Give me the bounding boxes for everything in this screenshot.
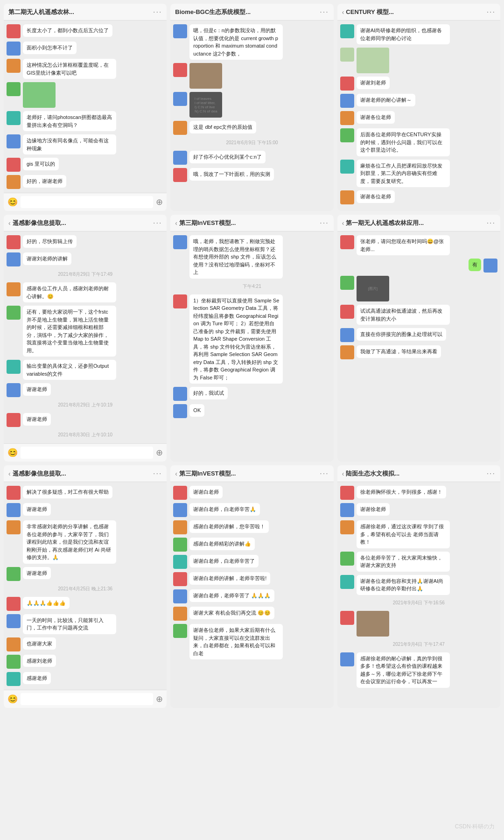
chat-header-win2: Biome-BGC生态系统模型...···	[170, 4, 333, 21]
back-arrow-icon[interactable]: ‹	[175, 470, 177, 477]
message-bubble: 感谢徐老师，通过这次课程 学到了很多，希望有机会可以去 老师当面请教！	[357, 520, 450, 548]
chat-title: 第一期无人机遥感农林应用...	[346, 219, 424, 227]
chat-footer: 😊⊕	[4, 690, 167, 708]
avatar	[173, 486, 187, 500]
message-bubble: 谢谢白老师，老师辛苦了 🙏🙏🙏	[189, 589, 274, 602]
message-bubble: 张老师，请问您现在有时间吗😄@张老师...	[357, 235, 450, 255]
message-row: 🙏🙏🙏👍👍👍	[7, 597, 164, 611]
message-row: 面积小到怎率不计了	[7, 42, 164, 56]
message-input[interactable]	[21, 693, 153, 705]
back-arrow-icon[interactable]: ‹	[342, 219, 344, 227]
back-arrow-icon[interactable]: ‹	[342, 8, 344, 16]
avatar	[340, 503, 354, 517]
message-bubble: OK	[189, 404, 204, 417]
image-bubble: [图片]	[357, 276, 389, 301]
back-arrow-icon[interactable]: ‹	[175, 219, 177, 227]
message-row: 我做了下高通滤，等结果出来再看	[340, 345, 497, 359]
back-arrow-icon[interactable]: ‹	[8, 470, 11, 477]
avatar	[7, 503, 21, 517]
message-bubble: 嗯，但是c：n的参数我没动，用的默认值，想要优化的是 current growt…	[189, 24, 283, 60]
message-input[interactable]	[21, 196, 153, 208]
message-bubble: 好的，谢谢老师	[23, 175, 66, 188]
avatar	[173, 92, 187, 106]
emoji-icon[interactable]: 😊	[7, 448, 18, 458]
chat-header-win1: 第二期无人机遥感农林...···	[4, 4, 167, 21]
avatar	[340, 611, 354, 625]
avatar	[7, 42, 21, 56]
avatar	[340, 652, 354, 666]
emoji-icon[interactable]: 😊	[7, 197, 18, 207]
message-row: 谢谢刘老师的讲解	[7, 252, 164, 266]
message-row: 有	[340, 259, 497, 273]
avatar	[7, 614, 21, 628]
message-bubble: 谢谢大家 有机会我们再交流 😊😊	[189, 607, 274, 619]
chat-body: 嗯，但是c：n的参数我没动，用的默认值，想要优化的是 current growt…	[170, 21, 333, 211]
message-row: 谢谢AI尚研修老师的组织，也感谢各位老师同学的耐心讨论	[340, 24, 497, 44]
avatar	[7, 59, 21, 73]
message-row: 感谢白老师的讲解，您辛苦啦！	[173, 520, 330, 534]
image-bubble	[357, 48, 389, 73]
add-icon[interactable]: ⊕	[156, 197, 163, 207]
message-bubble: 哦，我改了一下叶面积，用的实测	[189, 168, 274, 181]
avatar	[340, 305, 354, 319]
back-arrow-icon[interactable]: ‹	[8, 219, 11, 227]
chat-menu-icon[interactable]: ···	[153, 469, 162, 478]
chat-title: 第三期InVEST模型...	[179, 219, 236, 227]
message-row: 谢谢徐老师	[340, 503, 497, 517]
chat-menu-icon[interactable]: ···	[487, 219, 496, 227]
chat-menu-icon[interactable]: ···	[320, 8, 329, 16]
avatar	[173, 503, 187, 517]
message-row	[340, 611, 497, 637]
message-bubble: 直接在你拼接完的图像上处理就可以	[357, 328, 446, 341]
message-row: 1）坐标裁剪可以直接使用 Sample Selection SAR Geomet…	[173, 294, 330, 384]
avatar	[7, 360, 21, 374]
avatar	[340, 520, 354, 534]
chat-menu-icon[interactable]: ···	[320, 219, 329, 227]
timestamp: 2021年8月30日 上午10:10	[7, 432, 164, 438]
message-row: 边缘地方没有同名像点，可能会有这种现象	[7, 134, 164, 154]
chat-menu-icon[interactable]: ···	[487, 469, 496, 478]
avatar	[340, 48, 354, 62]
message-bubble: 谢谢各位老师	[357, 111, 395, 124]
message-row: OK	[173, 404, 330, 418]
message-bubble: 感谢刘老师	[23, 655, 56, 667]
message-bubble: 谢谢老师的耐心讲解～	[357, 94, 415, 106]
message-bubble: 麻烦各位工作人员把课程回放尽快发到群里，第二天的内容确实有些难度，需要反复研究。	[357, 160, 450, 188]
add-icon[interactable]: ⊕	[156, 694, 163, 704]
message-bubble: 谢谢老师	[23, 567, 51, 580]
back-arrow-icon[interactable]: ‹	[342, 470, 344, 477]
avatar	[173, 404, 187, 418]
add-icon[interactable]: ⊕	[156, 448, 163, 458]
timestamp: 下午4:21	[173, 283, 330, 290]
chat-title: 遥感影像信息提取...	[13, 219, 66, 227]
message-bubble: 徐老师胸怀很大，学到很多，感谢！	[357, 486, 446, 498]
message-row: 老师好，请问photoscan拼图都选最高量拼出来会有空洞吗？	[7, 111, 164, 131]
message-bubble: 1）坐标裁剪可以直接使用 Sample Selection SAR Geomet…	[189, 294, 283, 384]
message-input[interactable]	[21, 447, 153, 459]
timestamp: 2021年8月29日 下午17:49	[7, 271, 164, 278]
chat-menu-icon[interactable]: ···	[320, 469, 329, 478]
emoji-icon[interactable]: 😊	[7, 694, 18, 704]
message-row: 谢谢白老师	[173, 486, 330, 500]
chat-menu-icon[interactable]: ···	[153, 219, 162, 227]
avatar	[340, 77, 354, 91]
avatar	[173, 538, 187, 552]
message-bubble: 谢谢白老师，白老师辛苦了	[189, 555, 259, 567]
message-bubble: 还有，要给大家说明一下，这个frstc并不是地上生物量，算地上活生物量的时候，还…	[23, 306, 116, 357]
message-row: 嗯，但是c：n的参数我没动，用的默认值，想要优化的是 current growt…	[173, 24, 330, 60]
avatar	[340, 190, 354, 204]
chat-window-win9: ‹陆面生态水文模拟...···徐老师胸怀很大，学到很多，感谢！谢谢徐老师感谢徐老…	[337, 465, 500, 708]
avatar	[173, 24, 187, 38]
chat-menu-icon[interactable]: ···	[153, 8, 162, 16]
message-bubble: 谢谢老师	[23, 383, 51, 396]
timestamp: 2021年6月9日 下午15:00	[173, 140, 330, 146]
avatar	[173, 121, 187, 135]
message-row: 感谢徐老师，通过这次课程 学到了很多，希望有机会可以去 老师当面请教！	[340, 520, 497, 548]
message-row: 谢谢老师的耐心讲解～	[340, 94, 497, 108]
chat-menu-icon[interactable]: ···	[487, 8, 496, 16]
message-row: 也谢谢大家	[7, 637, 164, 651]
message-row: 谢谢白老师，白老师辛苦了	[173, 555, 330, 569]
avatar	[173, 151, 187, 165]
message-bubble: 谢谢老师	[23, 413, 51, 426]
avatar	[7, 655, 21, 669]
